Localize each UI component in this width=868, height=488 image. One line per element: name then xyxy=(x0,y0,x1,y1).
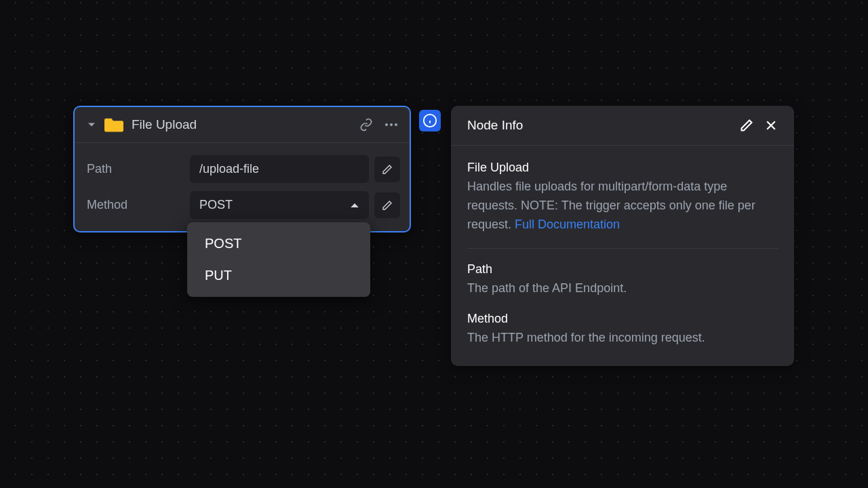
info-section-text: Handles file uploads for multipart/form-… xyxy=(467,178,778,235)
edit-path-button[interactable] xyxy=(374,157,400,182)
full-docs-link[interactable]: Full Documentation xyxy=(515,218,620,231)
more-options-button[interactable] xyxy=(385,123,397,126)
edit-info-button[interactable] xyxy=(740,119,753,132)
info-section-path: Path The path of the API Endpoint. xyxy=(467,262,778,298)
method-value: POST xyxy=(199,198,233,212)
info-section-title: Path xyxy=(467,262,778,277)
chevron-down-icon xyxy=(87,122,96,127)
chevron-up-icon xyxy=(350,198,359,212)
info-panel-header: Node Info xyxy=(451,106,794,146)
path-field-row: Path xyxy=(87,155,400,183)
dropdown-option-put[interactable]: PUT xyxy=(187,260,370,291)
info-panel: Node Info File Upload Handles file uploa… xyxy=(451,106,794,366)
method-dropdown: POST PUT xyxy=(187,222,370,297)
link-icon xyxy=(359,118,373,131)
node-body: Path Method POST xyxy=(75,143,410,231)
method-select[interactable]: POST xyxy=(190,191,369,219)
info-section-title: File Upload xyxy=(467,161,778,175)
method-label: Method xyxy=(87,198,184,212)
close-info-button[interactable] xyxy=(764,119,778,132)
edit-method-button[interactable] xyxy=(374,192,400,218)
info-section-method: Method The HTTP method for the incoming … xyxy=(467,312,778,348)
folder-icon xyxy=(104,117,123,133)
path-label: Path xyxy=(87,162,184,176)
info-panel-body: File Upload Handles file uploads for mul… xyxy=(451,146,794,366)
info-section-text: The HTTP method for the incoming request… xyxy=(467,329,778,348)
node-card: File Upload Path Method POST xyxy=(73,106,411,232)
node-header: File Upload xyxy=(75,107,410,143)
dropdown-option-post[interactable]: POST xyxy=(187,228,370,260)
info-section-text: The path of the API Endpoint. xyxy=(467,279,778,298)
pencil-icon xyxy=(382,164,393,175)
divider xyxy=(467,248,778,249)
info-section-file-upload: File Upload Handles file uploads for mul… xyxy=(467,161,778,235)
info-badge[interactable] xyxy=(419,110,441,131)
info-panel-title: Node Info xyxy=(467,118,523,133)
path-input[interactable] xyxy=(190,155,369,183)
dots-icon xyxy=(385,123,388,126)
method-field-row: Method POST xyxy=(87,191,400,219)
collapse-toggle[interactable] xyxy=(87,120,96,129)
link-button[interactable] xyxy=(359,118,373,131)
pencil-icon xyxy=(382,200,393,211)
node-title: File Upload xyxy=(132,117,351,132)
info-icon xyxy=(422,113,437,128)
info-section-title: Method xyxy=(467,312,778,326)
